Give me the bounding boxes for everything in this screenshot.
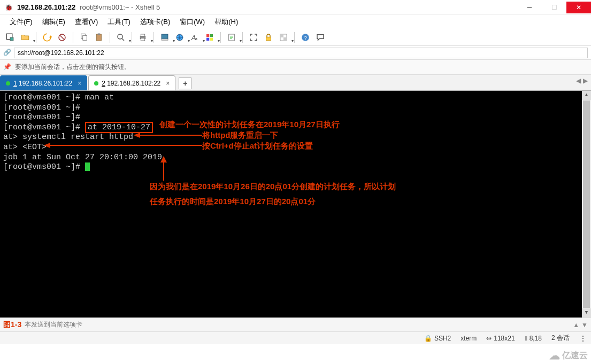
close-button[interactable]: ✕ <box>566 2 591 13</box>
status-dot-icon <box>94 81 98 86</box>
cloud-icon: ☁ <box>549 349 560 362</box>
find-icon[interactable] <box>114 30 128 44</box>
lock-small-icon: 🔒 <box>424 335 432 342</box>
status-bar: 🔒SSH2 xterm ⇔118x21 ⦀8,18 2 会话 ⋮ <box>0 331 591 344</box>
annotation-4: 因为我们是在2019年10月26日的20点01分创建的计划任务，所以计划 <box>150 182 449 192</box>
menu-tools[interactable]: 工具(T) <box>103 16 135 28</box>
tab-close-icon[interactable]: × <box>166 80 170 87</box>
transparent-icon[interactable] <box>277 30 290 44</box>
svg-rect-13 <box>162 34 168 39</box>
disconnect-icon[interactable] <box>55 30 69 44</box>
vertical-scrollbar[interactable]: ▲ ▼ <box>582 91 591 317</box>
terminal-line: at> systemctl restart httpd <box>3 133 133 142</box>
tab-strip: 1 192.168.26.101:22 × 2 192.168.26.102:2… <box>0 75 591 91</box>
open-session-icon[interactable] <box>18 30 32 44</box>
scroll-up-icon[interactable]: ▲ <box>573 321 579 329</box>
status-menu-icon[interactable]: ⋮ <box>579 334 587 343</box>
scrollbar-thumb[interactable] <box>583 100 590 308</box>
separator <box>73 32 73 43</box>
arrow-icon <box>43 142 203 149</box>
tab-session-2[interactable]: 2 192.168.26.102:22 × <box>88 75 175 90</box>
terminal-line: at> <EOT> <box>3 143 47 152</box>
menu-edit[interactable]: 编辑(E) <box>38 16 70 28</box>
menu-file[interactable]: 文件(F) <box>5 16 37 28</box>
resize-icon: ⇔ <box>486 335 492 342</box>
copy-icon[interactable] <box>77 30 91 44</box>
svg-rect-5 <box>83 35 87 40</box>
tab-label: 192.168.26.102:22 <box>107 80 160 87</box>
separator <box>294 32 295 43</box>
feedback-icon[interactable] <box>313 30 327 44</box>
menu-help[interactable]: 帮助(H) <box>210 16 242 28</box>
svg-rect-12 <box>141 38 145 41</box>
paste-icon[interactable] <box>92 30 106 44</box>
svg-text:?: ? <box>304 34 307 40</box>
script-icon[interactable] <box>225 30 239 44</box>
svg-marker-33 <box>44 143 50 148</box>
annotation-3: 按Ctrl+d停止at计划任务的设置 <box>202 141 313 151</box>
toolbar: Aa ? <box>0 29 591 46</box>
tab-label: 192.168.26.101:22 <box>19 80 72 87</box>
reconnect-icon[interactable] <box>40 30 54 44</box>
svg-marker-31 <box>134 133 140 138</box>
window-titlebar: 🐞 192.168.26.101:22 root@vms001:~ - Xshe… <box>0 0 591 15</box>
terminal-line: job 1 at Sun Oct 27 20:01:00 2019 <box>3 153 162 162</box>
print-icon[interactable] <box>136 30 150 44</box>
svg-rect-7 <box>98 33 101 35</box>
position-icon: ⦀ <box>525 335 527 342</box>
annotation-5: 任务执行的时间是2019年10月27日的20点01分 <box>150 197 449 207</box>
tab-session-1[interactable]: 1 192.168.26.101:22 × <box>0 75 87 90</box>
watermark: ☁ 亿速云 <box>549 349 588 362</box>
scroll-up-icon[interactable]: ▲ <box>582 91 591 100</box>
lock-icon[interactable] <box>262 30 275 44</box>
address-bar: 🔗 <box>0 46 591 60</box>
terminal-line: [root@vms001 ~]# <box>3 162 90 172</box>
app-icon: 🐞 <box>4 3 13 12</box>
send-bar: 图1-3 本发送到当前选项卡 ▲ ▼ <box>0 317 591 331</box>
minimize-button[interactable]: ─ <box>517 2 542 13</box>
color-scheme-icon[interactable] <box>203 30 217 44</box>
svg-rect-19 <box>210 34 213 37</box>
properties-icon[interactable] <box>158 30 172 44</box>
menu-window[interactable]: 窗口(W) <box>175 16 209 28</box>
new-session-icon[interactable] <box>3 30 17 44</box>
globe-icon[interactable] <box>173 30 187 44</box>
status-proto: 🔒SSH2 <box>424 334 451 343</box>
tab-prev-icon[interactable]: ◀ <box>576 77 581 84</box>
fullscreen-icon[interactable] <box>247 30 260 44</box>
menu-view[interactable]: 查看(V) <box>71 16 102 28</box>
status-dot-icon <box>6 81 10 86</box>
menu-tabs[interactable]: 选项卡(B) <box>136 16 174 28</box>
svg-text:a: a <box>195 36 198 41</box>
terminal-line: [root@vms001 ~]# man at <box>3 93 114 102</box>
arrow-icon <box>158 155 169 182</box>
font-icon[interactable]: Aa <box>188 30 202 44</box>
svg-rect-26 <box>266 37 271 41</box>
terminal[interactable]: [root@vms001 ~]# man at [root@vms001 ~]#… <box>0 91 591 317</box>
dropdown-icon[interactable]: ▼ <box>581 321 588 329</box>
tab-hotkey: 1 <box>13 80 17 87</box>
pin-icon[interactable]: 📌 <box>3 63 12 72</box>
tab-hotkey: 2 <box>102 80 105 87</box>
svg-rect-1 <box>10 37 13 41</box>
scroll-down-icon[interactable]: ▼ <box>582 308 591 317</box>
help-icon[interactable]: ? <box>298 30 312 44</box>
annotation-1: 创建一个一次性的计划任务在2019年10月27日执行 <box>159 120 340 130</box>
menu-bar: 文件(F) 编辑(E) 查看(V) 工具(T) 选项卡(B) 窗口(W) 帮助(… <box>0 15 591 29</box>
separator <box>153 32 154 43</box>
terminal-line: [root@vms001 ~]# <box>3 113 80 122</box>
address-input[interactable] <box>14 48 588 58</box>
svg-line-3 <box>60 35 64 40</box>
tab-close-icon[interactable]: × <box>78 80 81 87</box>
terminal-line: [root@vms001 ~]# at 2019-10-27 <box>3 122 153 133</box>
link-icon: 🔗 <box>3 49 12 57</box>
tab-nav: ◀ ▶ <box>576 77 588 84</box>
hint-text: 要添加当前会话，点击左侧的箭头按钮。 <box>15 63 131 72</box>
svg-rect-14 <box>162 39 168 40</box>
tab-add-button[interactable]: + <box>179 78 191 89</box>
status-cursor-pos: ⦀8,18 <box>525 334 542 343</box>
maximize-button[interactable]: ☐ <box>542 2 566 13</box>
tab-next-icon[interactable]: ▶ <box>583 77 588 84</box>
send-bar-text: 本发送到当前选项卡 <box>25 320 82 329</box>
terminal-workarea: [root@vms001 ~]# man at [root@vms001 ~]#… <box>0 91 591 317</box>
